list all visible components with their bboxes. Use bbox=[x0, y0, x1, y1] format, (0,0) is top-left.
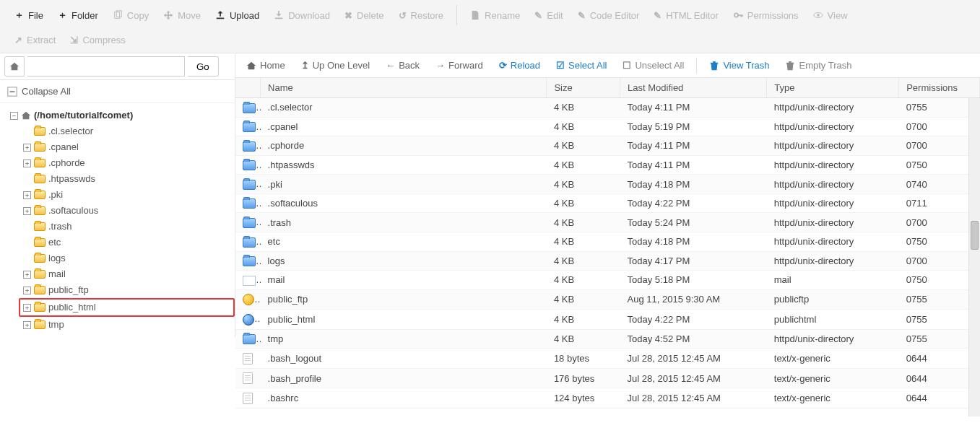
table-row[interactable]: .softaculous4 KBToday 4:22 PMhttpd/unix-… bbox=[235, 193, 980, 213]
scrollbar-thumb[interactable] bbox=[971, 221, 979, 250]
table-row[interactable]: public_ftp4 KBAug 11, 2015 9:30 AMpublic… bbox=[235, 289, 980, 310]
table-row[interactable]: .trash4 KBToday 5:24 PMhttpd/unix-direct… bbox=[235, 213, 980, 232]
table-row[interactable]: .htpasswds4 KBToday 4:11 PMhttpd/unix-di… bbox=[235, 155, 980, 175]
table-row[interactable]: logs4 KBToday 4:17 PMhttpd/unix-director… bbox=[235, 251, 980, 271]
nav-unselectall-button[interactable]: ☐Unselect All bbox=[616, 56, 690, 74]
nav-viewtrash-button[interactable]: View Trash bbox=[703, 56, 776, 74]
tree-item-label: mail bbox=[48, 266, 66, 282]
expand-toggle[interactable]: + bbox=[23, 321, 31, 329]
upload-button[interactable]: Upload bbox=[208, 6, 266, 25]
table-row[interactable]: .cpanel4 KBToday 5:19 PMhttpd/unix-direc… bbox=[235, 117, 980, 136]
folder-icon bbox=[34, 191, 45, 199]
row-type: httpd/unix-directory bbox=[767, 117, 899, 136]
expand-toggle[interactable]: + bbox=[23, 207, 31, 215]
label: Compress bbox=[82, 35, 125, 45]
view-button[interactable]: View bbox=[806, 6, 855, 25]
row-name: .bash_profile bbox=[261, 368, 547, 388]
restore-button[interactable]: ↺Restore bbox=[391, 6, 451, 25]
extract-button[interactable]: ↗Extract bbox=[7, 30, 63, 50]
expand-toggle[interactable]: + bbox=[23, 271, 31, 279]
home-icon bbox=[9, 61, 19, 71]
table-row[interactable]: etc4 KBToday 4:18 PMhttpd/unix-directory… bbox=[235, 232, 980, 251]
row-size: 4 KB bbox=[547, 175, 620, 194]
delete-button[interactable]: ✖Delete bbox=[337, 6, 391, 25]
copy-button[interactable]: Copy bbox=[105, 6, 156, 25]
tree-item[interactable]: +tmp bbox=[20, 317, 235, 333]
expand-toggle[interactable]: + bbox=[23, 160, 31, 167]
tree-item[interactable]: etc bbox=[20, 235, 235, 250]
table-row[interactable]: .bash_profile176 bytesJul 28, 2015 12:45… bbox=[235, 368, 980, 388]
edit-button[interactable]: ✎Edit bbox=[527, 6, 570, 25]
path-input[interactable] bbox=[27, 56, 185, 77]
row-perm: 0755 bbox=[899, 289, 980, 310]
row-name: public_ftp bbox=[261, 289, 547, 310]
new-file-button[interactable]: ＋File bbox=[7, 4, 51, 26]
tree-item[interactable]: +public_ftp bbox=[20, 282, 235, 298]
row-mod: Today 5:18 PM bbox=[620, 271, 767, 290]
tree-item[interactable]: +public_html bbox=[19, 298, 235, 317]
tree-item[interactable]: +.cpanel bbox=[20, 139, 235, 155]
table-row[interactable]: .cphorde4 KBToday 4:11 PMhttpd/unix-dire… bbox=[235, 136, 980, 156]
table-row[interactable]: .pki4 KBToday 4:18 PMhttpd/unix-director… bbox=[235, 175, 980, 194]
row-mod: Today 4:11 PM bbox=[620, 136, 767, 156]
code-editor-button[interactable]: ✎Code Editor bbox=[571, 6, 647, 25]
expand-toggle[interactable]: + bbox=[23, 144, 31, 152]
download-button[interactable]: Download bbox=[266, 6, 337, 25]
nav-up-button[interactable]: ↥Up One Level bbox=[295, 56, 377, 74]
label: Reload bbox=[511, 60, 540, 71]
key-icon bbox=[733, 10, 743, 20]
expand-toggle[interactable]: + bbox=[23, 287, 31, 294]
nav-selectall-button[interactable]: ☑Select All bbox=[550, 56, 613, 74]
collapse-all-button[interactable]: Collapse All bbox=[0, 80, 235, 103]
tree-item[interactable]: .trash bbox=[20, 219, 235, 235]
table-row[interactable]: mail4 KBToday 5:18 PMmail0750 bbox=[235, 271, 980, 290]
expand-toggle[interactable]: + bbox=[23, 191, 31, 199]
col-perm-header[interactable]: Permissions bbox=[899, 78, 980, 98]
svg-point-2 bbox=[734, 13, 738, 17]
row-name: .bashrc bbox=[261, 388, 547, 409]
col-type-header[interactable]: Type bbox=[767, 78, 899, 98]
tree-item[interactable]: +.softaculous bbox=[20, 203, 235, 219]
row-type: publicftp bbox=[767, 289, 899, 310]
home-icon-button[interactable] bbox=[4, 56, 25, 77]
permissions-button[interactable]: Permissions bbox=[726, 6, 806, 25]
table-row[interactable]: tmp4 KBToday 4:52 PMhttpd/unix-directory… bbox=[235, 329, 980, 349]
nav-reload-button[interactable]: ⟳Reload bbox=[493, 56, 547, 74]
col-name-header[interactable]: Name bbox=[261, 78, 547, 98]
compress-button[interactable]: ⇲Compress bbox=[63, 30, 132, 50]
tree-item[interactable]: +.pki bbox=[20, 187, 235, 203]
col-icon-header[interactable] bbox=[235, 78, 261, 98]
tree-item[interactable]: logs bbox=[20, 250, 235, 266]
rename-button[interactable]: Rename bbox=[463, 6, 527, 25]
vertical-scrollbar[interactable] bbox=[968, 98, 980, 416]
row-perm: 0644 bbox=[899, 388, 980, 409]
row-size: 4 KB bbox=[547, 213, 620, 232]
tree-item[interactable]: .cl.selector bbox=[20, 123, 235, 139]
html-editor-button[interactable]: ✎HTML Editor bbox=[646, 6, 725, 25]
new-folder-button[interactable]: ＋Folder bbox=[51, 4, 105, 26]
table-row[interactable]: .bash_logout18 bytesJul 28, 2015 12:45 A… bbox=[235, 349, 980, 369]
expand-toggle[interactable]: + bbox=[23, 304, 31, 312]
move-button[interactable]: Move bbox=[156, 6, 208, 25]
collapse-toggle[interactable]: − bbox=[10, 112, 18, 120]
table-row[interactable]: public_html4 KBToday 4:22 PMpublichtml07… bbox=[235, 310, 980, 330]
col-mod-header[interactable]: Last Modified bbox=[620, 78, 767, 98]
folder-icon bbox=[243, 141, 256, 152]
tree-item-label: .pki bbox=[48, 187, 63, 203]
tree-item[interactable]: +.cphorde bbox=[20, 155, 235, 171]
row-icon bbox=[235, 155, 261, 175]
col-size-header[interactable]: Size bbox=[547, 78, 620, 98]
tree-root[interactable]: − (/home/tutorialfcomet) bbox=[7, 108, 235, 123]
table-row[interactable]: .cl.selector4 KBToday 4:11 PMhttpd/unix-… bbox=[235, 98, 980, 118]
nav-emptytrash-button[interactable]: Empty Trash bbox=[779, 56, 858, 74]
nav-forward-button[interactable]: →Forward bbox=[429, 56, 490, 74]
nav-home-button[interactable]: Home bbox=[240, 56, 292, 74]
label: Empty Trash bbox=[799, 60, 851, 71]
go-button[interactable]: Go bbox=[188, 56, 219, 77]
move-icon bbox=[163, 10, 173, 20]
row-mod: Today 4:52 PM bbox=[620, 329, 767, 349]
tree-item[interactable]: .htpasswds bbox=[20, 171, 235, 187]
tree-item[interactable]: +mail bbox=[20, 266, 235, 282]
table-row[interactable]: .bashrc124 bytesJul 28, 2015 12:45 AMtex… bbox=[235, 388, 980, 409]
nav-back-button[interactable]: ←Back bbox=[379, 56, 426, 74]
